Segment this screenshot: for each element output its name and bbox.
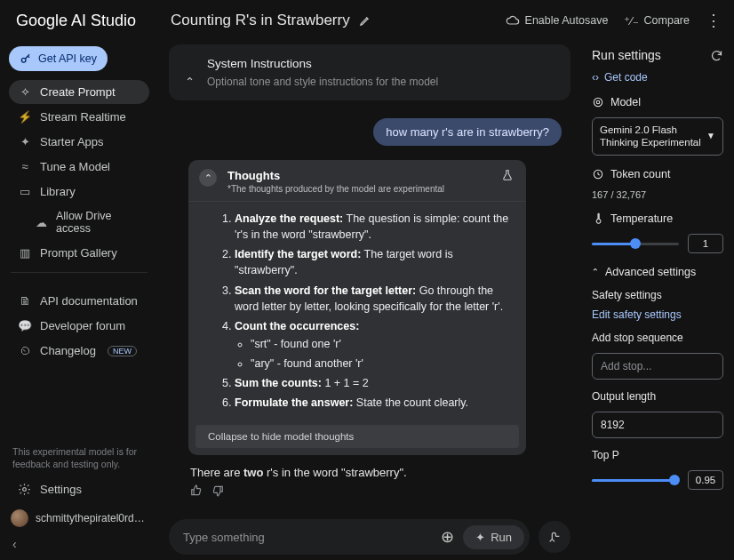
code-icon: ‹›	[592, 71, 599, 84]
reset-settings-icon[interactable]	[710, 49, 723, 62]
collapse-thoughts-icon[interactable]: ⌄	[199, 169, 217, 187]
sidebar-label: Tune a Model	[40, 160, 110, 173]
compare-label: Compare	[644, 14, 690, 27]
run-button[interactable]: ✦ Run	[463, 525, 524, 549]
edit-safety-link[interactable]: Edit safety settings	[592, 308, 723, 321]
svg-point-3	[594, 98, 602, 106]
sidebar-label: API documentation	[40, 294, 138, 308]
thumbs-up-icon[interactable]	[190, 484, 203, 497]
sidebar-label: Changelog	[40, 344, 96, 357]
autosave-label: Enable Autosave	[525, 14, 609, 27]
add-attachment-icon[interactable]: ⊕	[436, 526, 458, 548]
model-icon	[592, 96, 604, 108]
get-code-link[interactable]: ‹› Get code	[592, 71, 723, 84]
sidebar-item-dev-forum[interactable]: 💬 Developer forum	[9, 314, 149, 338]
thoughts-body: Analyze the request: The question is sim…	[188, 202, 526, 418]
tune-icon: ≈	[18, 160, 32, 173]
thoughts-note: *The thoughts produced by the model are …	[227, 184, 444, 194]
clear-chat-icon[interactable]	[539, 521, 570, 553]
sidebar-label: Settings	[40, 483, 82, 496]
token-count-value: 167 / 32,767	[592, 189, 723, 200]
system-instructions-card[interactable]: ⌄ System Instructions Optional tone and …	[169, 44, 570, 100]
sidebar-label: Allow Drive access	[56, 210, 140, 235]
drive-icon: ☁	[34, 216, 48, 229]
stop-sequence-label: Add stop sequence	[592, 332, 723, 344]
sidebar-label: Library	[40, 185, 76, 198]
advanced-settings-toggle[interactable]: ⌄ Advanced settings	[592, 266, 723, 278]
user-menu[interactable]: schmittythepiratel0rdoft...	[9, 506, 149, 531]
sparkle-icon: ✦	[475, 531, 485, 544]
sidebar-label: Create Prompt	[40, 85, 116, 99]
user-message-bubble: how many r's are in strawberry?	[373, 118, 562, 146]
token-label: Token count	[610, 168, 670, 180]
compare-icon: ⁺⁄₋	[624, 14, 638, 28]
sidebar-item-changelog[interactable]: ⏲ Changelog NEW	[9, 339, 149, 363]
collapse-sidebar-icon[interactable]: ‹	[9, 535, 149, 553]
forum-icon: 💬	[18, 319, 32, 332]
temperature-icon	[592, 212, 604, 225]
sidebar-item-api-docs[interactable]: 🗎 API documentation	[9, 289, 149, 313]
create-icon: ✧	[18, 85, 32, 99]
safety-label: Safety settings	[592, 289, 723, 301]
sidebar-divider	[11, 272, 148, 273]
sidebar-item-tune-model[interactable]: ≈ Tune a Model	[9, 155, 149, 179]
edit-title-icon[interactable]	[359, 14, 371, 27]
gear-icon	[18, 483, 32, 496]
prompt-title: Counting R's in Strawberry	[171, 12, 350, 29]
get-api-key-button[interactable]: Get API key	[9, 46, 108, 71]
chevron-up-icon: ⌄	[592, 267, 599, 276]
chevron-up-icon[interactable]: ⌄	[185, 59, 195, 88]
sidebar-item-starter-apps[interactable]: ✦ Starter Apps	[9, 130, 149, 154]
stream-icon: ⚡	[18, 110, 32, 124]
username: schmittythepiratel0rdoft...	[36, 512, 148, 524]
sidebar-item-stream-realtime[interactable]: ⚡ Stream Realtime	[9, 105, 149, 129]
api-key-label: Get API key	[38, 52, 97, 65]
library-icon: ▭	[18, 185, 32, 198]
run-settings-title: Run settings	[592, 48, 661, 62]
stop-sequence-input[interactable]	[592, 353, 723, 380]
model-select[interactable]: Gemini 2.0 Flash Thinking Experimental ▼	[592, 117, 723, 156]
new-badge: NEW	[108, 346, 137, 356]
svg-point-0	[21, 58, 26, 62]
advanced-label: Advanced settings	[605, 266, 696, 278]
prompt-composer[interactable]: ⊕ ✦ Run	[169, 519, 530, 555]
model-disclaimer: This experimental model is for feedback …	[9, 445, 149, 470]
run-label: Run	[491, 531, 512, 544]
sidebar-label: Prompt Gallery	[40, 246, 117, 260]
starter-icon: ✦	[18, 135, 32, 148]
temperature-label: Temperature	[610, 212, 673, 225]
thumbs-down-icon[interactable]	[211, 484, 224, 497]
sidebar-label: Stream Realtime	[40, 110, 126, 124]
gallery-icon: ▥	[18, 246, 32, 260]
key-icon	[20, 52, 32, 65]
sidebar-item-create-prompt[interactable]: ✧ Create Prompt	[9, 80, 149, 104]
svg-point-2	[596, 100, 600, 104]
prompt-input[interactable]	[183, 531, 436, 544]
output-length-label: Output length	[592, 390, 723, 403]
docs-icon: 🗎	[18, 294, 32, 308]
model-thoughts-card: ⌄ Thoughts *The thoughts produced by the…	[188, 160, 526, 455]
sidebar-label: Developer forum	[40, 319, 125, 332]
collapse-thoughts-button[interactable]: Collapse to hide model thoughts	[195, 425, 519, 448]
temperature-slider[interactable]	[592, 237, 679, 250]
sidebar-item-drive-access[interactable]: ☁ Allow Drive access	[9, 204, 149, 240]
top-p-slider[interactable]	[592, 474, 679, 486]
model-answer: There are two r's in the word "strawberr…	[190, 466, 567, 479]
system-instructions-subtitle: Optional tone and style instructions for…	[207, 76, 438, 88]
output-length-input[interactable]	[592, 412, 723, 438]
sidebar-item-settings[interactable]: Settings	[9, 477, 149, 501]
brand-title: Google AI Studio	[16, 12, 171, 30]
sidebar-item-prompt-gallery[interactable]: ▥ Prompt Gallery	[9, 241, 149, 265]
thoughts-title: Thoughts	[227, 169, 444, 182]
svg-point-1	[23, 488, 27, 492]
enable-autosave-button[interactable]: Enable Autosave	[506, 14, 609, 27]
top-p-label: Top P	[592, 449, 723, 461]
model-label: Model	[610, 96, 641, 108]
flask-icon	[501, 169, 514, 181]
top-p-input[interactable]	[688, 470, 723, 490]
token-icon	[592, 168, 604, 180]
system-instructions-title: System Instructions	[207, 57, 438, 70]
temperature-input[interactable]	[688, 234, 723, 253]
compare-button[interactable]: ⁺⁄₋ Compare	[624, 14, 690, 28]
sidebar-item-library[interactable]: ▭ Library	[9, 180, 149, 204]
